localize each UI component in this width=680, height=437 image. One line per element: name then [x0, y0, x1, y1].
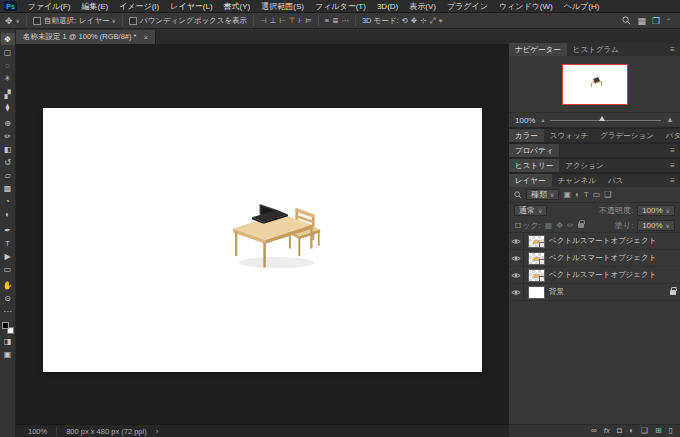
visibility-eye-icon[interactable]: [509, 250, 524, 266]
distribute-horizontal-icon[interactable]: ≡: [325, 14, 329, 28]
gradient-tool[interactable]: ▩: [1, 182, 15, 194]
tab-paths[interactable]: パス: [602, 174, 629, 187]
close-icon[interactable]: ×: [143, 33, 148, 42]
move-tool[interactable]: ✥: [1, 33, 15, 45]
3d-roll-icon[interactable]: ✥: [411, 14, 417, 28]
layer-name[interactable]: 背景: [549, 287, 564, 297]
zoom-level[interactable]: 100%: [28, 427, 47, 436]
navigator-thumbnail[interactable]: [563, 65, 627, 104]
layer-effects-icon[interactable]: fx: [604, 427, 610, 435]
menu-select[interactable]: 選択範囲(S): [256, 0, 310, 13]
menu-help[interactable]: ヘルプ(H): [558, 0, 605, 13]
dodge-tool[interactable]: ◐: [1, 208, 15, 220]
tab-properties[interactable]: プロパティ: [509, 144, 559, 157]
visibility-eye-icon[interactable]: [509, 284, 524, 300]
menu-type[interactable]: 書式(Y): [218, 0, 256, 13]
hand-tool[interactable]: ✋: [1, 279, 15, 291]
align-bottom-icon[interactable]: ⊨: [305, 14, 312, 28]
panel-menu-icon[interactable]: ≡: [665, 43, 680, 56]
magic-wand-tool[interactable]: ✳: [1, 72, 15, 84]
chevron-up-icon[interactable]: ⌃: [666, 17, 671, 24]
tab-navigator[interactable]: ナビゲーター: [509, 43, 567, 56]
shape-tool[interactable]: ▭: [1, 263, 15, 275]
filter-pixel-icon[interactable]: ▣: [563, 190, 571, 199]
navigator-zoom-slider[interactable]: [550, 120, 661, 121]
filter-type-layer-icon[interactable]: T: [584, 190, 589, 199]
tab-layers[interactable]: レイヤー: [509, 174, 552, 187]
align-right-icon[interactable]: ⊢: [279, 14, 286, 28]
clone-stamp-tool[interactable]: ◧: [1, 143, 15, 155]
lock-pixels-icon[interactable]: ✏: [567, 221, 574, 230]
navigator-zoom-value[interactable]: 100%: [515, 116, 535, 125]
menu-plugins[interactable]: プラグイン: [441, 0, 493, 13]
adjustment-layer-icon[interactable]: ◐: [629, 427, 634, 435]
foreground-color-swatch[interactable]: [2, 322, 9, 329]
status-chevron-icon[interactable]: ›: [156, 427, 159, 436]
layer-name[interactable]: ベクトルスマートオブジェクト: [549, 236, 656, 246]
layer-row[interactable]: ベクトルスマートオブジェクト: [509, 250, 680, 267]
eyedropper-tool[interactable]: ⧫: [1, 101, 15, 113]
auto-select-checkbox[interactable]: [33, 17, 41, 25]
menu-edit[interactable]: 編集(E): [76, 0, 114, 13]
type-tool[interactable]: T: [1, 237, 15, 249]
align-top-icon[interactable]: ⊤: [289, 14, 296, 28]
document-tab[interactable]: 名称未設定 1 @ 100% (RGB/8#) * ×: [16, 30, 156, 44]
zoom-tool[interactable]: ⊙: [1, 292, 15, 304]
layer-thumbnail[interactable]: [528, 286, 545, 299]
layer-mask-icon[interactable]: ◘: [617, 427, 622, 435]
healing-brush-tool[interactable]: ⊕: [1, 117, 15, 129]
tab-swatches[interactable]: スウォッチ: [544, 129, 594, 142]
layer-thumbnail[interactable]: [528, 252, 545, 265]
menu-3d[interactable]: 3D(D): [371, 0, 403, 13]
crop-tool[interactable]: ▞: [1, 88, 15, 100]
link-layers-icon[interactable]: ∞: [591, 427, 597, 435]
new-group-icon[interactable]: ❏: [641, 427, 648, 435]
layer-row-background[interactable]: 背景: [509, 284, 680, 301]
menu-file[interactable]: ファイル(F): [22, 0, 76, 13]
menu-filter[interactable]: フィルター(T): [309, 0, 371, 13]
filter-type-dropdown[interactable]: 種類 ∨: [526, 189, 559, 200]
visibility-eye-icon[interactable]: [509, 233, 524, 249]
quick-mask-icon[interactable]: ◨: [1, 335, 15, 347]
menu-image[interactable]: イメージ(I): [114, 0, 165, 13]
opacity-dropdown[interactable]: 100% ∨: [637, 205, 675, 216]
align-center-icon[interactable]: ⊥: [270, 14, 277, 28]
tab-gradients[interactable]: グラデーション: [594, 129, 660, 142]
tool-preset-chevron-icon[interactable]: ∨: [16, 17, 20, 24]
tab-patterns[interactable]: パターン: [660, 129, 680, 142]
lock-transparency-icon[interactable]: ▦: [545, 221, 553, 230]
tab-histogram[interactable]: ヒストグラム: [567, 43, 625, 56]
panel-menu-icon[interactable]: ≡: [665, 159, 680, 172]
edit-toolbar-icon[interactable]: ⋯: [1, 305, 15, 317]
filter-adjustment-icon[interactable]: ◐: [575, 190, 580, 199]
arrange-documents-icon[interactable]: ❐: [652, 14, 660, 28]
more-align-options-icon[interactable]: ⋯: [341, 14, 349, 28]
filter-smart-object-icon[interactable]: ❏: [604, 190, 611, 199]
lock-all-icon[interactable]: [578, 223, 584, 228]
menu-view[interactable]: 表示(V): [404, 0, 442, 13]
current-tool-icon[interactable]: ✥: [5, 14, 13, 28]
filter-shape-icon[interactable]: ▭: [593, 190, 601, 199]
3d-pan-icon[interactable]: ⊹: [420, 14, 426, 28]
tab-channels[interactable]: チャンネル: [552, 174, 602, 187]
3d-orbit-icon[interactable]: ⟲: [402, 14, 408, 28]
auto-select-dropdown[interactable]: レイヤー ∨: [79, 16, 116, 26]
tab-actions[interactable]: アクション: [559, 159, 609, 172]
delete-layer-icon[interactable]: ▯: [669, 427, 673, 435]
pen-tool[interactable]: ✒: [1, 224, 15, 236]
eraser-tool[interactable]: ▱: [1, 169, 15, 181]
blend-mode-dropdown[interactable]: 通常 ∨: [514, 205, 547, 216]
tab-history[interactable]: ヒストリー: [509, 159, 559, 172]
layer-name[interactable]: ベクトルスマートオブジェクト: [549, 253, 656, 263]
tab-color[interactable]: カラー: [509, 129, 544, 142]
3d-slide-icon[interactable]: ⤢: [429, 14, 435, 28]
layer-name[interactable]: ベクトルスマートオブジェクト: [549, 270, 656, 280]
distribute-vertical-icon[interactable]: ≣: [332, 14, 338, 28]
menu-window[interactable]: ウィンドウ(W): [493, 0, 558, 13]
layer-row[interactable]: ベクトルスマートオブジェクト: [509, 233, 680, 250]
layer-row[interactable]: ベクトルスマートオブジェクト: [509, 267, 680, 284]
lock-position-icon[interactable]: ✥: [556, 221, 563, 230]
zoom-in-mountain-icon[interactable]: ▲: [666, 116, 674, 124]
search-icon[interactable]: [622, 16, 631, 25]
blur-tool[interactable]: ◔: [1, 195, 15, 207]
